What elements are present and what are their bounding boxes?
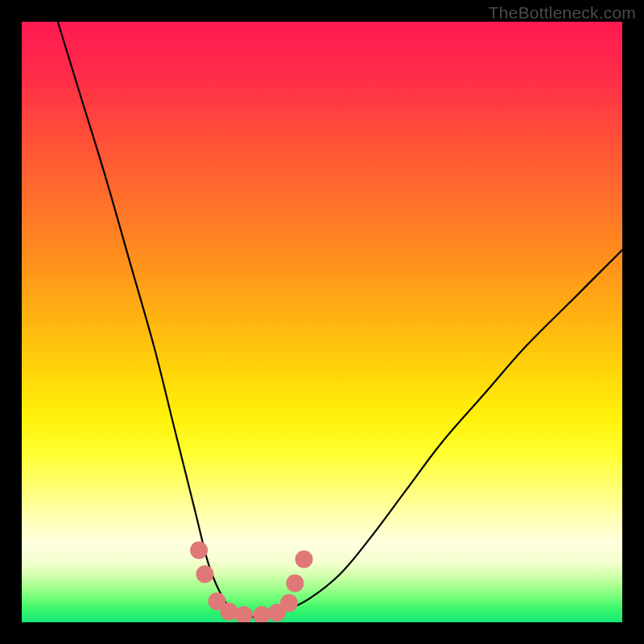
highlight-dot [235, 606, 253, 622]
highlight-dot [190, 542, 208, 559]
highlight-dots [190, 542, 313, 623]
watermark-text: TheBottleneck.com [489, 3, 636, 23]
highlight-dot [286, 575, 303, 592]
highlight-dot [295, 551, 313, 568]
curve-layer [22, 22, 622, 622]
bottleneck-curve [58, 22, 622, 617]
highlight-dot [280, 594, 298, 612]
highlight-dot [196, 565, 214, 583]
plot-area [22, 22, 622, 622]
highlight-dot [220, 603, 237, 621]
outer-frame: TheBottleneck.com [0, 0, 644, 644]
highlight-dot [253, 606, 270, 622]
